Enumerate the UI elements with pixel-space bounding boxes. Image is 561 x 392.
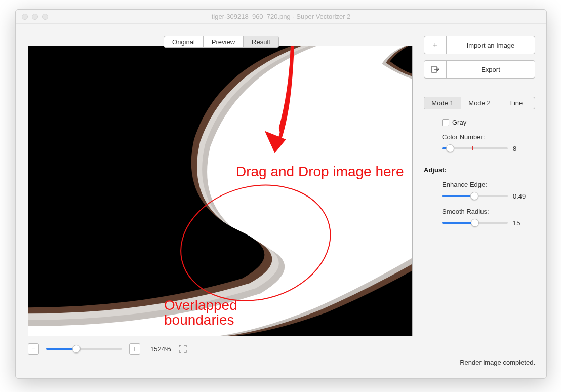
plus-icon: + xyxy=(424,36,447,54)
tab-original[interactable]: Original xyxy=(164,36,204,47)
gray-label: Gray xyxy=(452,119,466,126)
view-tabs: Original Preview Result xyxy=(28,36,415,48)
sidebar: + Import an Image Export Mode 1 Mode 2 L… xyxy=(415,24,546,378)
smooth-radius-value: 15 xyxy=(513,219,520,227)
color-number-block: Color Number: 8 xyxy=(424,133,535,153)
annotation-overlapped-l2: boundaries xyxy=(164,312,234,328)
color-number-slider[interactable] xyxy=(442,144,508,153)
tab-result[interactable]: Result xyxy=(244,36,278,47)
color-number-label: Color Number: xyxy=(442,133,535,141)
app-window: tiger-309218_960_720.png - Super Vectori… xyxy=(15,9,547,379)
gray-checkbox[interactable] xyxy=(442,119,449,126)
canvas[interactable]: Drag and Drop image here Overlapped boun… xyxy=(28,46,413,336)
import-button[interactable]: + Import an Image xyxy=(424,36,535,54)
zoom-bar: − + 1524% xyxy=(28,336,415,359)
content-row: Original Preview Result xyxy=(16,24,546,378)
export-button[interactable]: Export xyxy=(424,60,535,79)
enhance-edge-value: 0.49 xyxy=(513,192,526,200)
annotation-overlapped-l1: Overlapped xyxy=(164,297,237,313)
smooth-radius-slider[interactable] xyxy=(442,218,508,227)
zoom-out-button[interactable]: − xyxy=(28,343,39,355)
titlebar: tiger-309218_960_720.png - Super Vectori… xyxy=(16,10,546,24)
color-number-value: 8 xyxy=(513,145,516,152)
export-icon xyxy=(424,61,447,78)
smooth-radius-block: Smooth Radius: 15 xyxy=(424,208,535,227)
fullscreen-icon[interactable] xyxy=(178,344,188,354)
tab-mode1[interactable]: Mode 1 xyxy=(424,97,461,109)
tab-line[interactable]: Line xyxy=(498,97,535,109)
annotation-drag-drop: Drag and Drop image here xyxy=(236,164,404,180)
zoom-in-button[interactable]: + xyxy=(129,343,140,355)
smooth-radius-label: Smooth Radius: xyxy=(442,208,535,215)
zoom-slider[interactable] xyxy=(46,344,122,354)
tab-preview[interactable]: Preview xyxy=(204,36,244,47)
zoom-percent: 1524% xyxy=(150,345,171,353)
mode-tabs: Mode 1 Mode 2 Line xyxy=(424,97,535,109)
gray-row: Gray xyxy=(424,119,535,126)
window-title: tiger-309218_960_720.png - Super Vectori… xyxy=(16,13,546,20)
import-label: Import an Image xyxy=(447,42,535,49)
status-message: Render image completed. xyxy=(424,359,535,370)
zoom-slider-fill xyxy=(46,348,76,350)
zoom-slider-thumb[interactable] xyxy=(72,345,81,353)
canvas-image xyxy=(28,46,412,336)
adjust-heading: Adjust: xyxy=(424,166,535,174)
enhance-edge-slider[interactable] xyxy=(442,191,508,201)
left-pane: Original Preview Result xyxy=(16,24,415,378)
annotation-overlapped: Overlapped boundaries xyxy=(164,298,237,328)
tab-mode2[interactable]: Mode 2 xyxy=(461,97,498,109)
enhance-edge-label: Enhance Edge: xyxy=(442,181,535,188)
enhance-edge-block: Enhance Edge: 0.49 xyxy=(424,181,535,201)
export-label: Export xyxy=(447,66,535,73)
